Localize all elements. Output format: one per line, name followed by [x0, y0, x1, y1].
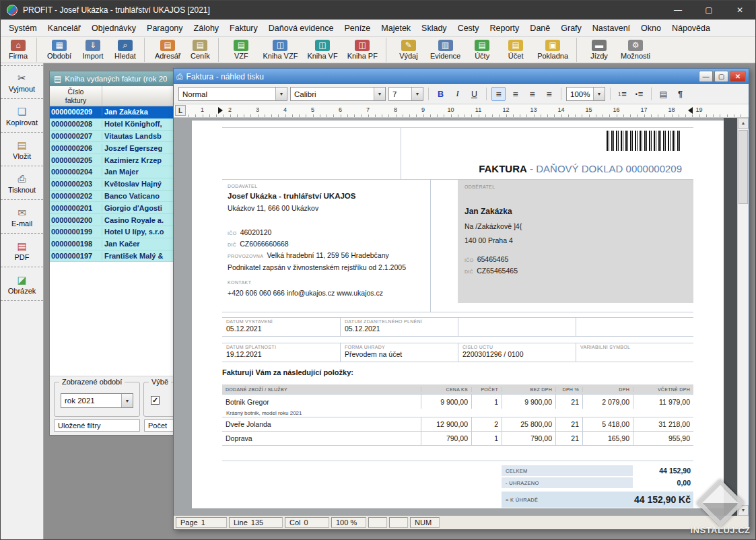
- invoice-list-row[interactable]: 0000000207 Vitautas Landsb: [50, 131, 178, 143]
- align-right-button[interactable]: [525, 87, 539, 101]
- align-left-button[interactable]: [491, 87, 506, 101]
- toolbar-button-label: Ceník: [191, 52, 210, 60]
- toolbar-button[interactable]: ▬ Jízdy: [582, 38, 616, 62]
- saved-filters-field[interactable]: Uložené filtry: [54, 419, 140, 432]
- paragraph-style-select[interactable]: Normal: [178, 87, 287, 101]
- menu-item[interactable]: Systém: [3, 21, 42, 36]
- tab-selector[interactable]: L: [175, 105, 186, 116]
- menu-item[interactable]: Peníze: [339, 21, 376, 36]
- menu-item[interactable]: Reporty: [485, 21, 525, 36]
- align-center-button[interactable]: [508, 87, 522, 101]
- menu-item[interactable]: Nastavení: [587, 21, 635, 36]
- underline-button[interactable]: U: [467, 87, 481, 101]
- invoice-list-row[interactable]: 0000000198 Jan Kačer: [50, 238, 178, 250]
- sidebar-button[interactable]: ▤ PDF: [1, 234, 43, 267]
- date-taxable-cell: DATUM ZDANITELNÉHO PLNĚNÍ 05.12.2021: [340, 318, 458, 336]
- invoice-book-titlebar[interactable]: ▤ Kniha vydaných faktur (rok 20: [50, 71, 178, 86]
- toolbar-button[interactable]: ▤ Ceník: [185, 38, 219, 62]
- toolbar-button[interactable]: ▤ Účty: [465, 38, 499, 62]
- indent-marker-left[interactable]: [218, 107, 223, 114]
- toolbar-button[interactable]: ▥ Evidence: [425, 38, 465, 62]
- scroll-up-icon[interactable]: [738, 118, 749, 129]
- toolbar-button[interactable]: ▦ Období: [42, 38, 76, 62]
- invoice-list-row[interactable]: 0000000197 František Malý &: [50, 250, 178, 263]
- menu-item[interactable]: Zálohy: [188, 21, 225, 36]
- toolbar-button[interactable]: ▤ VZF: [224, 38, 258, 62]
- preview-maximize-button[interactable]: ▢: [714, 71, 728, 82]
- close-button[interactable]: ✕: [724, 1, 755, 20]
- menu-item[interactable]: Daňová evidence: [263, 21, 339, 36]
- preview-minimize-button[interactable]: —: [699, 71, 713, 82]
- menu-item[interactable]: Majetek: [376, 21, 416, 36]
- zoom-select[interactable]: 100%: [566, 87, 605, 101]
- bold-button[interactable]: B: [434, 87, 448, 101]
- chevron-down-icon[interactable]: [374, 88, 385, 100]
- toolbar-button[interactable]: ⇓ Import: [76, 38, 110, 62]
- toolbar-separator: [428, 88, 429, 100]
- preview-close-button[interactable]: ✕: [730, 71, 746, 82]
- chevron-down-icon[interactable]: [121, 394, 133, 407]
- preview-titlebar[interactable]: ⎙ Faktura - náhled tisku — ▢ ✕: [174, 69, 749, 84]
- invoice-list-row[interactable]: 0000000204 Jan Majer: [50, 166, 178, 178]
- sidebar-button[interactable]: ▤ Vložit: [1, 133, 43, 166]
- invoice-list-row[interactable]: 0000000199 Hotel U lípy, s.r.o: [50, 226, 178, 238]
- sidebar-button[interactable]: ✉ E-mail: [1, 200, 43, 234]
- page-layout-icon[interactable]: [656, 87, 671, 101]
- chevron-down-icon[interactable]: [275, 88, 287, 100]
- sidebar-button[interactable]: ◪ Obrázek: [1, 267, 43, 301]
- sidebar-button[interactable]: ❏ Kopírovat: [1, 99, 43, 133]
- menu-item[interactable]: Grafy: [555, 21, 587, 36]
- scrollbar-thumb[interactable]: [738, 130, 748, 204]
- sidebar-button[interactable]: ⎙ Tisknout: [1, 166, 43, 200]
- column-header-invoice-number[interactable]: Číslo faktury: [50, 86, 102, 106]
- formatting-marks-icon[interactable]: [673, 87, 687, 101]
- selection-checkbox[interactable]: [151, 396, 160, 405]
- menu-item[interactable]: Kancelář: [42, 21, 86, 36]
- supplier-block: DODAVATEL Josef Ukázka - truhlářství UKA…: [222, 180, 431, 312]
- menu-item[interactable]: Faktury: [224, 21, 263, 36]
- bullet-list-icon[interactable]: [632, 87, 646, 101]
- toolbar-button[interactable]: ◫ Kniha PF: [343, 38, 386, 62]
- chevron-down-icon[interactable]: [411, 88, 423, 100]
- font-size-select[interactable]: 7: [388, 87, 423, 101]
- toolbar-button[interactable]: ⌕ Hledat: [110, 38, 145, 62]
- toolbar-button[interactable]: ⌂ Firma: [3, 38, 37, 62]
- maximize-button[interactable]: ▢: [693, 1, 724, 20]
- toolbar-button[interactable]: ▣ Pokladna: [532, 38, 577, 62]
- invoice-list-row[interactable]: 0000000201 Giorgio d'Agosti: [50, 202, 178, 214]
- minimize-button[interactable]: —: [662, 1, 693, 20]
- invoice-list-row[interactable]: 0000000209 Jan Zakázka: [50, 106, 178, 119]
- chevron-down-icon[interactable]: [593, 88, 605, 100]
- toolbar-button[interactable]: ◫ Kniha VZF: [258, 38, 302, 62]
- toolbar-button-label: Účty: [475, 52, 489, 60]
- menu-item[interactable]: Sklady: [416, 21, 452, 36]
- menu-item[interactable]: Paragony: [141, 21, 188, 36]
- indent-marker-right[interactable]: [688, 107, 693, 114]
- toolbar-button[interactable]: ▤ Adresář: [150, 38, 186, 62]
- toolbar-button[interactable]: ⚙ Možnosti: [616, 38, 655, 62]
- invoice-list-row[interactable]: 0000000206 Joszef Egerszeg: [50, 142, 178, 154]
- menu-item[interactable]: Okno: [635, 21, 666, 36]
- invoice-list-row[interactable]: 0000000203 Květoslav Hajný: [50, 178, 178, 191]
- invoice-list-row[interactable]: 0000000208 Hotel Könighoff,: [50, 119, 178, 131]
- menu-item[interactable]: Daně: [524, 21, 555, 36]
- vertical-scrollbar[interactable]: [737, 118, 749, 516]
- menu-item[interactable]: Nápověda: [666, 21, 716, 36]
- copy-icon: ❏: [18, 105, 26, 119]
- sidebar-button[interactable]: ✂ Vyjmout: [1, 65, 43, 99]
- menu-item[interactable]: Cesty: [452, 21, 485, 36]
- numbered-list-icon[interactable]: [615, 87, 629, 101]
- invoice-list-row[interactable]: 0000000205 Kazimierz Krzep: [50, 154, 178, 166]
- italic-button[interactable]: I: [450, 87, 465, 101]
- period-select[interactable]: rok 2021: [61, 393, 133, 408]
- toolbar-button[interactable]: ▤ Účet: [499, 38, 532, 62]
- column-header-customer[interactable]: [102, 86, 178, 106]
- customer-dic: DIČCZ65465465: [465, 267, 687, 275]
- toolbar-button[interactable]: ◫ Kniha VF: [302, 38, 342, 62]
- invoice-list-row[interactable]: 0000000200 Casino Royale a.: [50, 214, 178, 226]
- toolbar-button[interactable]: ✎ Výdaj: [392, 38, 425, 62]
- align-justify-button[interactable]: [542, 87, 556, 101]
- invoice-list-row[interactable]: 0000000202 Banco Vaticano: [50, 191, 178, 203]
- font-family-select[interactable]: Calibri: [290, 87, 386, 101]
- menu-item[interactable]: Objednávky: [86, 21, 141, 36]
